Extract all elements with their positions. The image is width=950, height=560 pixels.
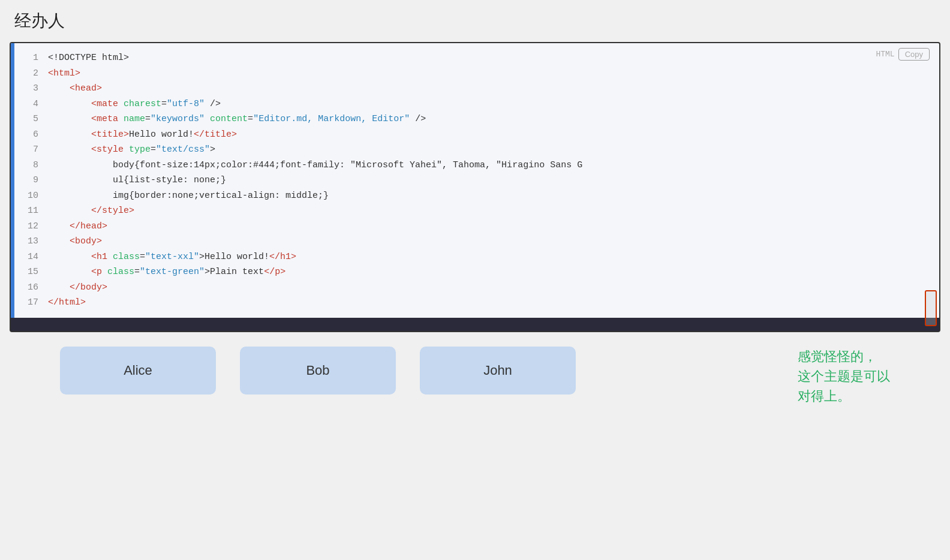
code-line: </head> bbox=[48, 219, 932, 234]
code-block: 1234567891011121314151617 <!DOCTYPE html… bbox=[10, 42, 940, 332]
code-line: <html> bbox=[48, 66, 932, 82]
line-number: 17 bbox=[14, 295, 46, 311]
line-number: 7 bbox=[14, 142, 46, 158]
copy-button[interactable]: Copy bbox=[898, 48, 930, 61]
code-line: ul{list-style: none;} bbox=[48, 173, 932, 188]
code-line: img{border:none;vertical-align: middle;} bbox=[48, 188, 932, 204]
bottom-bar bbox=[11, 318, 939, 331]
card-john[interactable]: John bbox=[420, 347, 576, 395]
lang-label: HTML bbox=[876, 50, 894, 59]
code-line: <body> bbox=[48, 234, 932, 249]
code-line: <h1 class="text-xxl">Hello world!</h1> bbox=[48, 249, 932, 265]
line-number: 10 bbox=[14, 188, 46, 204]
line-number: 16 bbox=[14, 280, 46, 296]
line-number: 8 bbox=[14, 158, 46, 173]
code-line: <title>Hello world!</title> bbox=[48, 127, 932, 143]
code-line: <p class="text-green">Plain text</p> bbox=[48, 264, 932, 280]
code-line: </html> bbox=[48, 295, 932, 311]
line-number: 12 bbox=[14, 219, 46, 234]
page-title: 经办人 bbox=[0, 0, 950, 37]
code-line: </body> bbox=[48, 280, 932, 296]
line-number: 11 bbox=[14, 203, 46, 219]
line-number: 3 bbox=[14, 81, 46, 97]
line-number: 14 bbox=[14, 249, 46, 265]
code-line: <!DOCTYPE html> bbox=[48, 50, 932, 66]
card-alice[interactable]: Alice bbox=[60, 347, 216, 395]
line-number: 13 bbox=[14, 234, 46, 249]
cards-row: AliceBobJohn bbox=[60, 347, 774, 395]
code-line: </style> bbox=[48, 203, 932, 219]
line-number: 6 bbox=[14, 127, 46, 143]
line-number: 1 bbox=[14, 50, 46, 66]
scrollbar-handle[interactable] bbox=[925, 290, 937, 326]
code-content[interactable]: <!DOCTYPE html><html> <head> <mate chare… bbox=[46, 43, 939, 318]
comment-text: 感觉怪怪的， 这个主题是可以 对得上。 bbox=[798, 347, 890, 406]
code-line: <mate charest="utf-8" /> bbox=[48, 97, 932, 112]
code-line: <style type="text/css"> bbox=[48, 142, 932, 158]
cards-section: AliceBobJohn 感觉怪怪的， 这个主题是可以 对得上。 bbox=[0, 332, 950, 406]
line-number: 9 bbox=[14, 173, 46, 188]
card-bob[interactable]: Bob bbox=[240, 347, 396, 395]
code-toolbar: HTML Copy bbox=[876, 48, 930, 61]
line-numbers: 1234567891011121314151617 bbox=[14, 43, 46, 318]
line-number: 5 bbox=[14, 112, 46, 127]
code-line: <head> bbox=[48, 81, 932, 97]
line-number: 4 bbox=[14, 97, 46, 112]
code-line: <meta name="keywords" content="Editor.md… bbox=[48, 112, 932, 127]
line-number: 15 bbox=[14, 264, 46, 280]
code-line: body{font-size:14px;color:#444;font-fami… bbox=[48, 158, 932, 173]
line-number: 2 bbox=[14, 66, 46, 82]
